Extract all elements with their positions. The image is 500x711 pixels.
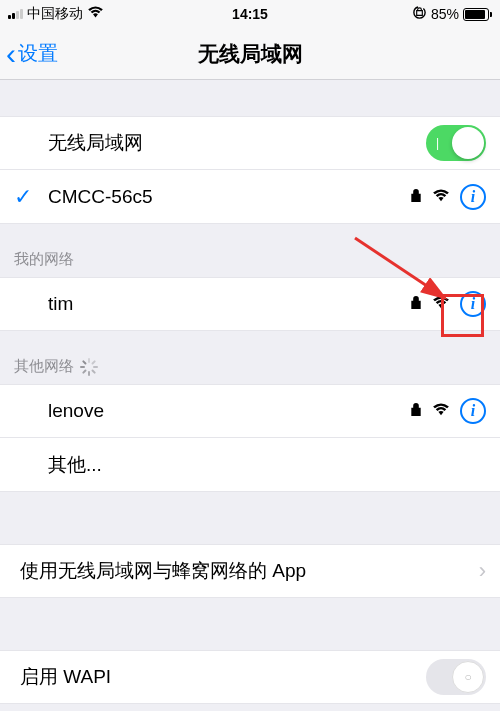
connected-network-row[interactable]: ✓ CMCC-56c5 i (0, 170, 500, 224)
other-label: 其他... (48, 452, 486, 478)
lock-icon (410, 400, 422, 422)
back-button[interactable]: ‹ 设置 (0, 39, 58, 69)
my-networks-header: 我的网络 (0, 224, 500, 277)
wifi-status-icon (87, 6, 104, 22)
orientation-lock-icon (412, 5, 427, 23)
status-left: 中国移动 (8, 5, 104, 23)
network-row-lenove[interactable]: lenove i (0, 384, 500, 438)
carrier-label: 中国移动 (27, 5, 83, 23)
wapi-toggle-switch[interactable]: ○ (426, 659, 486, 695)
back-label: 设置 (18, 40, 58, 67)
network-name: lenove (48, 400, 410, 422)
network-name: tim (48, 293, 410, 315)
wlan-toggle-row: 无线局域网 | (0, 116, 500, 170)
spinner-icon (80, 358, 98, 376)
connected-network-name: CMCC-56c5 (48, 186, 410, 208)
page-title: 无线局域网 (198, 40, 303, 68)
apps-using-wlan-row[interactable]: 使用无线局域网与蜂窝网络的 App › (0, 544, 500, 598)
wifi-icon (432, 400, 450, 422)
nav-bar: ‹ 设置 无线局域网 (0, 28, 500, 80)
other-networks-header: 其他网络 (0, 331, 500, 384)
status-bar: 中国移动 14:15 85% (0, 0, 500, 28)
info-icon[interactable]: i (460, 398, 486, 424)
enable-wapi-row: 启用 WAPI ○ (0, 650, 500, 704)
lock-icon (410, 186, 422, 208)
wlan-toggle-switch[interactable]: | (426, 125, 486, 161)
battery-percent: 85% (431, 6, 459, 22)
status-time: 14:15 (232, 6, 268, 22)
status-right: 85% (412, 5, 492, 23)
checkmark-icon: ✓ (14, 184, 32, 210)
cellular-signal-icon (8, 9, 23, 19)
enable-wapi-label: 启用 WAPI (20, 664, 426, 690)
network-row-tim[interactable]: tim i (0, 277, 500, 331)
apps-using-wlan-label: 使用无线局域网与蜂窝网络的 App (20, 558, 479, 584)
chevron-right-icon: › (479, 558, 486, 584)
battery-icon (463, 8, 492, 21)
info-icon[interactable]: i (460, 184, 486, 210)
other-network-row[interactable]: 其他... (0, 438, 500, 492)
wifi-icon (432, 186, 450, 208)
chevron-left-icon: ‹ (6, 39, 16, 69)
annotation-highlight-box (441, 294, 484, 337)
lock-icon (410, 293, 422, 315)
svg-point-0 (414, 7, 425, 18)
wlan-toggle-label: 无线局域网 (48, 130, 426, 156)
